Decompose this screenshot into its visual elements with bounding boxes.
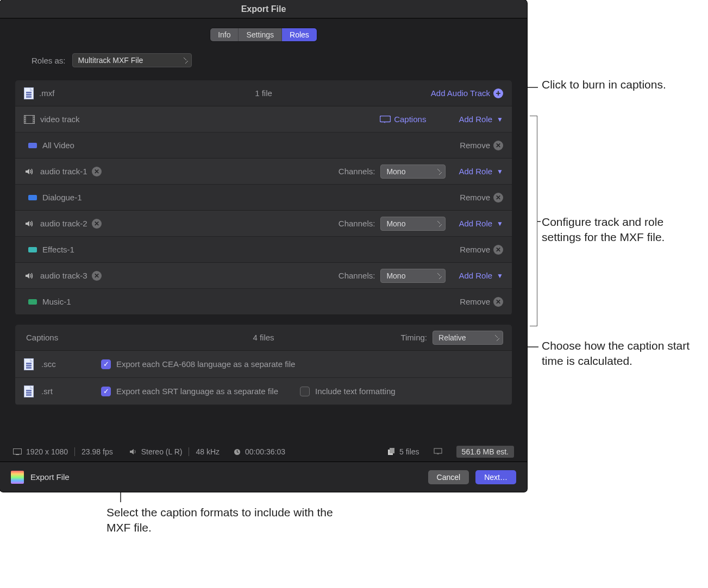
remove-label: Remove (460, 141, 490, 150)
files-icon (387, 448, 395, 456)
preset-name: Export File (30, 472, 70, 482)
audio-role-row: Effects-1Remove✕ (15, 237, 512, 263)
video-add-role-button[interactable]: Add Role (459, 115, 492, 124)
plus-icon: + (493, 88, 503, 98)
captions-header-row: Captions 4 files Timing: Relative (15, 325, 512, 351)
video-track-label: video track (40, 115, 80, 124)
captions-header-label: Captions (26, 333, 58, 342)
role-swatch (28, 247, 37, 252)
tab-info[interactable]: Info (210, 28, 239, 41)
speaker-icon (129, 448, 137, 455)
svg-rect-13 (390, 448, 394, 453)
status-bar: 1920 x 1080 23.98 fps Stereo (L R) 48 kH… (0, 442, 527, 461)
speaker-icon (24, 272, 35, 280)
captions-toggle-button[interactable]: Captions (380, 115, 426, 124)
roles-as-select[interactable]: Multitrack MXF File (72, 53, 192, 67)
remove-role-button[interactable]: ✕ (493, 141, 503, 150)
caption-format-row: .srt✓Export each SRT language as a separ… (15, 378, 512, 405)
film-icon (24, 115, 35, 124)
preset-icon (11, 471, 24, 484)
mxf-ext: .mxf (39, 88, 54, 98)
include-formatting-checkbox[interactable] (300, 387, 310, 396)
audio-track-row: audio track-3✕Channels:MonoAdd Role▼ (15, 263, 512, 289)
export-separate-label: Export each CEA-608 language as a separa… (116, 359, 295, 369)
svg-rect-8 (380, 116, 391, 122)
audio-add-role-button[interactable]: Add Role (459, 219, 492, 228)
status-audio: Stereo (L R) (141, 447, 183, 456)
audio-add-role-button[interactable]: Add Role (459, 167, 492, 176)
remove-track-button[interactable]: ✕ (92, 271, 102, 281)
export-separate-checkbox[interactable]: ✓ (101, 359, 111, 369)
status-duration: 00:00:36:03 (245, 447, 285, 456)
remove-label: Remove (460, 245, 490, 254)
callout-burn: Click to burn in captions. (542, 77, 666, 92)
tracks-panel: .mxf 1 file Add Audio Track + video trac… (15, 80, 512, 315)
status-srate: 48 kHz (196, 447, 220, 456)
display-icon (434, 447, 442, 456)
role-swatch (28, 195, 37, 200)
tab-roles[interactable]: Roles (282, 28, 317, 41)
remove-role-button[interactable]: ✕ (493, 193, 503, 203)
timing-select[interactable]: Relative (433, 331, 503, 345)
role-swatch (28, 299, 37, 305)
captions-panel: Captions 4 files Timing: Relative .scc✓E… (15, 325, 512, 405)
include-formatting-label: Include text formatting (315, 387, 396, 396)
speaker-icon (24, 168, 35, 175)
tabs-inner: Info Settings Roles (210, 28, 317, 41)
audio-track-label: audio track-3 (40, 271, 87, 280)
audio-role-label: Music-1 (42, 297, 71, 306)
bracket-configure (530, 116, 537, 326)
audio-track-label: audio track-1 (40, 167, 87, 176)
status-fps: 23.98 fps (82, 447, 113, 456)
status-file-count: 5 files (399, 447, 419, 456)
status-size-estimate: 561.6 MB est. (456, 446, 514, 458)
remove-role-button[interactable]: ✕ (493, 245, 503, 255)
chevron-down-icon[interactable]: ▼ (497, 220, 503, 227)
tab-settings[interactable]: Settings (239, 28, 282, 41)
captions-toggle-label: Captions (394, 115, 426, 124)
channels-label: Channels: (339, 167, 375, 176)
document-icon (24, 358, 34, 370)
bottom-bar: Export File Cancel Next… (0, 461, 527, 492)
caption-ext: .srt (41, 387, 85, 396)
svg-rect-1 (26, 115, 33, 123)
captions-file-count: 4 files (253, 333, 274, 342)
add-audio-track-label: Add Audio Track (431, 88, 490, 98)
clock-icon (234, 448, 241, 456)
chevron-down-icon[interactable]: ▼ (497, 272, 503, 280)
export-separate-checkbox[interactable]: ✓ (101, 387, 111, 396)
content-area: Info Settings Roles Roles as: Multitrack… (0, 18, 527, 405)
next-button[interactable]: Next… (475, 470, 516, 484)
all-video-label: All Video (42, 141, 74, 150)
export-separate-label: Export each SRT language as a separate f… (116, 387, 278, 396)
remove-label: Remove (460, 193, 490, 202)
svg-rect-14 (434, 448, 442, 453)
caption-format-row: .scc✓Export each CEA-608 language as a s… (15, 351, 512, 378)
document-icon (24, 87, 34, 99)
caption-ext: .scc (41, 359, 85, 369)
roles-as-label: Roles as: (32, 56, 66, 65)
channels-select[interactable]: Mono (380, 217, 446, 231)
remove-track-button[interactable]: ✕ (92, 167, 102, 176)
remove-track-button[interactable]: ✕ (92, 219, 102, 229)
audio-add-role-button[interactable]: Add Role (459, 271, 492, 280)
audio-role-row: Music-1Remove✕ (15, 289, 512, 315)
channels-select[interactable]: Mono (380, 269, 446, 283)
document-icon (24, 385, 34, 397)
cancel-button[interactable]: Cancel (428, 470, 469, 484)
channels-select[interactable]: Mono (380, 165, 446, 179)
audio-role-row: Dialogue-1Remove✕ (15, 185, 512, 211)
remove-role-button[interactable]: ✕ (493, 297, 503, 307)
audio-track-row: audio track-2✕Channels:MonoAdd Role▼ (15, 211, 512, 237)
channels-label: Channels: (339, 271, 375, 280)
chevron-down-icon[interactable]: ▼ (497, 168, 503, 175)
all-video-role-row: All Video Remove ✕ (15, 132, 512, 159)
channels-label: Channels: (339, 219, 375, 228)
add-audio-track-button[interactable]: Add Audio Track + (431, 88, 503, 98)
mxf-file-count: 1 file (255, 88, 272, 98)
role-swatch (28, 143, 37, 148)
chevron-down-icon[interactable]: ▼ (497, 116, 503, 123)
cc-icon (380, 116, 391, 123)
roles-as-row: Roles as: Multitrack MXF File (32, 53, 512, 67)
tabs: Info Settings Roles (15, 28, 512, 41)
